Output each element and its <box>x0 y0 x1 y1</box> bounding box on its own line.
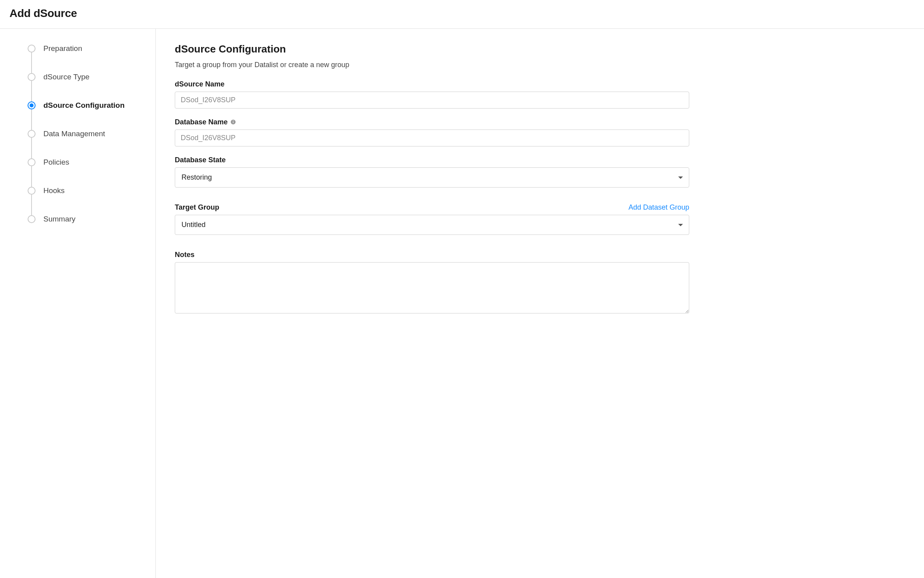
target-group-value: Untitled <box>181 221 206 229</box>
step-summary[interactable]: Summary <box>28 215 148 244</box>
step-indicator-icon <box>28 130 36 138</box>
step-connector <box>31 195 32 215</box>
target-group-select[interactable]: Untitled <box>175 215 689 235</box>
step-indicator-icon <box>28 101 36 109</box>
notes-label: Notes <box>175 251 689 259</box>
step-connector <box>31 81 32 101</box>
step-indicator-icon <box>28 215 36 223</box>
info-icon[interactable] <box>230 119 236 125</box>
add-dataset-group-link[interactable]: Add Dataset Group <box>628 203 689 212</box>
step-connector <box>31 53 32 73</box>
step-label: Hooks <box>43 187 65 195</box>
field-database-name: Database Name <box>175 118 689 146</box>
step-connector <box>31 138 32 158</box>
field-database-state: Database State Restoring <box>175 156 689 188</box>
step-dsource-type[interactable]: dSource Type <box>28 73 148 101</box>
step-preparation[interactable]: Preparation <box>28 45 148 73</box>
notes-textarea[interactable] <box>175 262 689 313</box>
field-target-group: Target Group Add Dataset Group Untitled <box>175 203 689 235</box>
step-list: Preparation dSource Type dSource Configu… <box>28 45 148 244</box>
step-indicator-icon <box>28 45 36 53</box>
step-label: Summary <box>43 215 75 223</box>
body-wrap: Preparation dSource Type dSource Configu… <box>0 29 924 578</box>
step-label: dSource Configuration <box>43 101 125 109</box>
section-subtitle: Target a group from your Datalist or cre… <box>175 61 689 69</box>
database-name-input[interactable] <box>175 129 689 146</box>
step-data-management[interactable]: Data Management <box>28 130 148 158</box>
step-indicator-icon <box>28 73 36 81</box>
step-connector <box>31 166 32 187</box>
step-label: dSource Type <box>43 73 90 81</box>
dsource-name-label: dSource Name <box>175 80 689 88</box>
field-dsource-name: dSource Name <box>175 80 689 109</box>
database-name-label: Database Name <box>175 118 689 126</box>
step-policies[interactable]: Policies <box>28 158 148 187</box>
svg-rect-1 <box>233 122 233 123</box>
page-title: Add dSource <box>9 7 915 20</box>
dsource-name-input[interactable] <box>175 92 689 109</box>
field-notes: Notes <box>175 251 689 315</box>
step-indicator-icon <box>28 158 36 166</box>
database-name-label-text: Database Name <box>175 118 228 126</box>
section-title: dSource Configuration <box>175 43 689 55</box>
database-state-label: Database State <box>175 156 689 164</box>
svg-point-2 <box>233 120 234 121</box>
page-header: Add dSource <box>0 0 924 29</box>
step-label: Policies <box>43 158 69 166</box>
step-hooks[interactable]: Hooks <box>28 187 148 215</box>
database-state-value: Restoring <box>181 173 212 182</box>
wizard-sidebar: Preparation dSource Type dSource Configu… <box>0 29 156 578</box>
target-group-label: Target Group <box>175 203 219 212</box>
step-dsource-configuration[interactable]: dSource Configuration <box>28 101 148 130</box>
step-indicator-icon <box>28 187 36 195</box>
step-label: Data Management <box>43 130 105 138</box>
database-state-select[interactable]: Restoring <box>175 167 689 188</box>
main-content: dSource Configuration Target a group fro… <box>156 29 708 578</box>
step-connector <box>31 109 32 130</box>
step-label: Preparation <box>43 45 82 53</box>
